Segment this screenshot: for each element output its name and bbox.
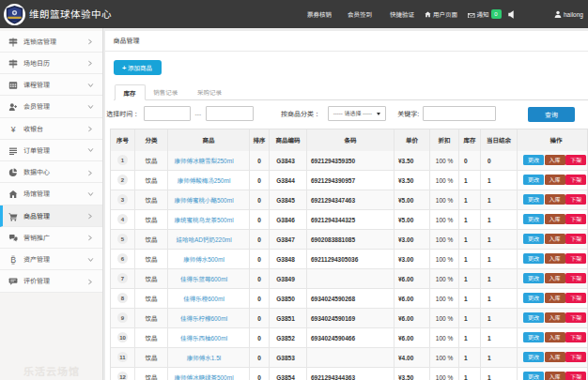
svg-text:¥: ¥ <box>10 125 16 134</box>
svg-text:B: B <box>10 255 16 265</box>
